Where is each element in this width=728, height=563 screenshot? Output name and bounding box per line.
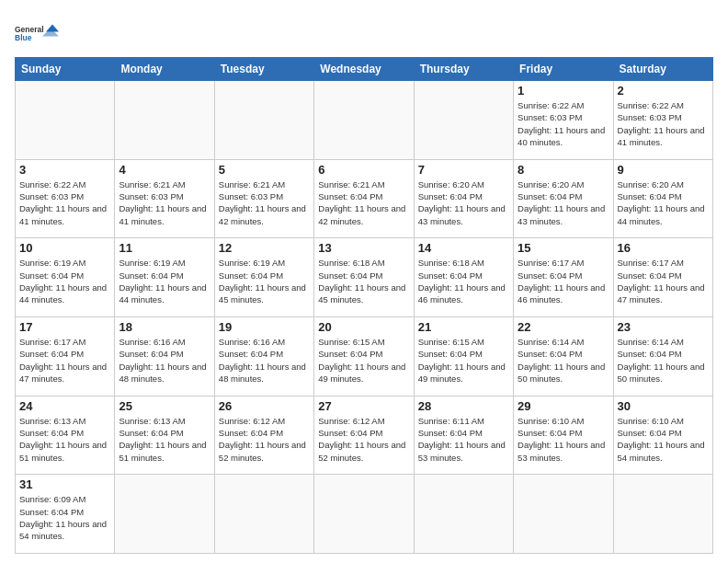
- day-number: 2: [618, 84, 709, 98]
- cell-4-2: 26Sunrise: 6:12 AM Sunset: 6:04 PM Dayli…: [214, 396, 313, 475]
- cell-3-5: 22Sunrise: 6:14 AM Sunset: 6:04 PM Dayli…: [514, 316, 613, 396]
- header-tuesday: Tuesday: [214, 58, 313, 81]
- cell-5-6: [613, 475, 712, 554]
- cell-3-3: 20Sunrise: 6:15 AM Sunset: 6:04 PM Dayli…: [314, 316, 414, 396]
- day-number: 3: [19, 163, 110, 177]
- week-row-0: 1Sunrise: 6:22 AM Sunset: 6:03 PM Daylig…: [16, 81, 713, 160]
- day-number: 1: [518, 84, 609, 98]
- day-number: 7: [418, 163, 509, 177]
- day-number: 12: [219, 241, 310, 255]
- cell-2-0: 10Sunrise: 6:19 AM Sunset: 6:04 PM Dayli…: [16, 238, 115, 317]
- cell-5-1: [115, 475, 214, 554]
- day-number: 31: [19, 477, 110, 491]
- day-info: Sunrise: 6:17 AM Sunset: 6:04 PM Dayligh…: [19, 336, 110, 385]
- cell-1-5: 8Sunrise: 6:20 AM Sunset: 6:04 PM Daylig…: [514, 159, 613, 238]
- day-number: 21: [418, 320, 509, 334]
- cell-2-1: 11Sunrise: 6:19 AM Sunset: 6:04 PM Dayli…: [115, 238, 214, 317]
- cell-2-5: 15Sunrise: 6:17 AM Sunset: 6:04 PM Dayli…: [514, 238, 613, 317]
- day-info: Sunrise: 6:16 AM Sunset: 6:04 PM Dayligh…: [219, 336, 310, 385]
- day-info: Sunrise: 6:20 AM Sunset: 6:04 PM Dayligh…: [518, 178, 609, 227]
- day-info: Sunrise: 6:22 AM Sunset: 6:03 PM Dayligh…: [518, 99, 609, 148]
- logo: General Blue: [15, 15, 61, 50]
- day-number: 5: [219, 163, 310, 177]
- day-number: 30: [618, 399, 709, 413]
- day-info: Sunrise: 6:10 AM Sunset: 6:04 PM Dayligh…: [618, 415, 709, 464]
- day-info: Sunrise: 6:17 AM Sunset: 6:04 PM Dayligh…: [618, 257, 709, 305]
- day-number: 19: [219, 320, 310, 334]
- day-number: 28: [418, 399, 509, 413]
- day-info: Sunrise: 6:15 AM Sunset: 6:04 PM Dayligh…: [418, 336, 509, 385]
- cell-5-5: [514, 475, 613, 554]
- cell-0-2: [214, 81, 313, 160]
- day-number: 27: [318, 399, 409, 413]
- cell-1-4: 7Sunrise: 6:20 AM Sunset: 6:04 PM Daylig…: [414, 159, 513, 238]
- day-number: 29: [518, 399, 609, 413]
- day-info: Sunrise: 6:19 AM Sunset: 6:04 PM Dayligh…: [119, 257, 210, 305]
- day-number: 22: [518, 320, 609, 334]
- cell-2-3: 13Sunrise: 6:18 AM Sunset: 6:04 PM Dayli…: [314, 238, 414, 317]
- calendar-body: 1Sunrise: 6:22 AM Sunset: 6:03 PM Daylig…: [16, 81, 713, 554]
- cell-3-4: 21Sunrise: 6:15 AM Sunset: 6:04 PM Dayli…: [414, 316, 513, 396]
- day-number: 15: [518, 241, 609, 255]
- day-info: Sunrise: 6:10 AM Sunset: 6:04 PM Dayligh…: [518, 415, 609, 464]
- day-info: Sunrise: 6:13 AM Sunset: 6:04 PM Dayligh…: [19, 415, 110, 464]
- day-info: Sunrise: 6:22 AM Sunset: 6:03 PM Dayligh…: [618, 99, 709, 148]
- day-number: 13: [318, 241, 409, 255]
- cell-2-2: 12Sunrise: 6:19 AM Sunset: 6:04 PM Dayli…: [214, 238, 313, 317]
- day-info: Sunrise: 6:09 AM Sunset: 6:04 PM Dayligh…: [19, 493, 110, 542]
- cell-4-5: 29Sunrise: 6:10 AM Sunset: 6:04 PM Dayli…: [514, 396, 613, 475]
- cell-5-0: 31Sunrise: 6:09 AM Sunset: 6:04 PM Dayli…: [16, 475, 115, 554]
- cell-1-6: 9Sunrise: 6:20 AM Sunset: 6:04 PM Daylig…: [613, 159, 712, 238]
- day-info: Sunrise: 6:12 AM Sunset: 6:04 PM Dayligh…: [219, 415, 310, 464]
- cell-3-2: 19Sunrise: 6:16 AM Sunset: 6:04 PM Dayli…: [214, 316, 313, 396]
- day-info: Sunrise: 6:21 AM Sunset: 6:04 PM Dayligh…: [318, 178, 409, 227]
- cell-3-1: 18Sunrise: 6:16 AM Sunset: 6:04 PM Dayli…: [115, 316, 214, 396]
- week-row-1: 3Sunrise: 6:22 AM Sunset: 6:03 PM Daylig…: [16, 159, 713, 238]
- cell-5-3: [314, 475, 414, 554]
- cell-1-0: 3Sunrise: 6:22 AM Sunset: 6:03 PM Daylig…: [16, 159, 115, 238]
- day-info: Sunrise: 6:17 AM Sunset: 6:04 PM Dayligh…: [518, 257, 609, 305]
- day-number: 6: [318, 163, 409, 177]
- days-of-week-row: SundayMondayTuesdayWednesdayThursdayFrid…: [16, 58, 713, 81]
- svg-text:General: General: [15, 25, 44, 34]
- day-number: 18: [119, 320, 210, 334]
- cell-1-2: 5Sunrise: 6:21 AM Sunset: 6:03 PM Daylig…: [214, 159, 313, 238]
- header-saturday: Saturday: [613, 58, 712, 81]
- day-info: Sunrise: 6:12 AM Sunset: 6:04 PM Dayligh…: [318, 415, 409, 464]
- day-info: Sunrise: 6:13 AM Sunset: 6:04 PM Dayligh…: [119, 415, 210, 464]
- day-number: 23: [618, 320, 709, 334]
- day-info: Sunrise: 6:11 AM Sunset: 6:04 PM Dayligh…: [418, 415, 509, 464]
- week-row-4: 24Sunrise: 6:13 AM Sunset: 6:04 PM Dayli…: [16, 396, 713, 475]
- day-number: 24: [19, 399, 110, 413]
- cell-2-6: 16Sunrise: 6:17 AM Sunset: 6:04 PM Dayli…: [613, 238, 712, 317]
- day-number: 8: [518, 163, 609, 177]
- cell-4-3: 27Sunrise: 6:12 AM Sunset: 6:04 PM Dayli…: [314, 396, 414, 475]
- day-info: Sunrise: 6:14 AM Sunset: 6:04 PM Dayligh…: [518, 336, 609, 385]
- cell-4-1: 25Sunrise: 6:13 AM Sunset: 6:04 PM Dayli…: [115, 396, 214, 475]
- cell-5-2: [214, 475, 313, 554]
- day-number: 17: [19, 320, 110, 334]
- cell-3-6: 23Sunrise: 6:14 AM Sunset: 6:04 PM Dayli…: [613, 316, 712, 396]
- day-info: Sunrise: 6:14 AM Sunset: 6:04 PM Dayligh…: [618, 336, 709, 385]
- cell-0-6: 2Sunrise: 6:22 AM Sunset: 6:03 PM Daylig…: [613, 81, 712, 160]
- day-number: 25: [119, 399, 210, 413]
- day-info: Sunrise: 6:19 AM Sunset: 6:04 PM Dayligh…: [19, 257, 110, 305]
- day-number: 16: [618, 241, 709, 255]
- day-info: Sunrise: 6:19 AM Sunset: 6:04 PM Dayligh…: [219, 257, 310, 305]
- cell-1-3: 6Sunrise: 6:21 AM Sunset: 6:04 PM Daylig…: [314, 159, 414, 238]
- header: General Blue: [15, 15, 713, 50]
- day-info: Sunrise: 6:15 AM Sunset: 6:04 PM Dayligh…: [318, 336, 409, 385]
- header-friday: Friday: [514, 58, 613, 81]
- cell-2-4: 14Sunrise: 6:18 AM Sunset: 6:04 PM Dayli…: [414, 238, 513, 317]
- svg-text:Blue: Blue: [15, 33, 32, 42]
- day-info: Sunrise: 6:21 AM Sunset: 6:03 PM Dayligh…: [219, 178, 310, 227]
- day-number: 4: [119, 163, 210, 177]
- cell-0-1: [115, 81, 214, 160]
- cell-4-6: 30Sunrise: 6:10 AM Sunset: 6:04 PM Dayli…: [613, 396, 712, 475]
- header-monday: Monday: [115, 58, 214, 81]
- cell-4-4: 28Sunrise: 6:11 AM Sunset: 6:04 PM Dayli…: [414, 396, 513, 475]
- cell-0-4: [414, 81, 513, 160]
- cell-0-0: [16, 81, 115, 160]
- cell-0-3: [314, 81, 414, 160]
- day-number: 10: [19, 241, 110, 255]
